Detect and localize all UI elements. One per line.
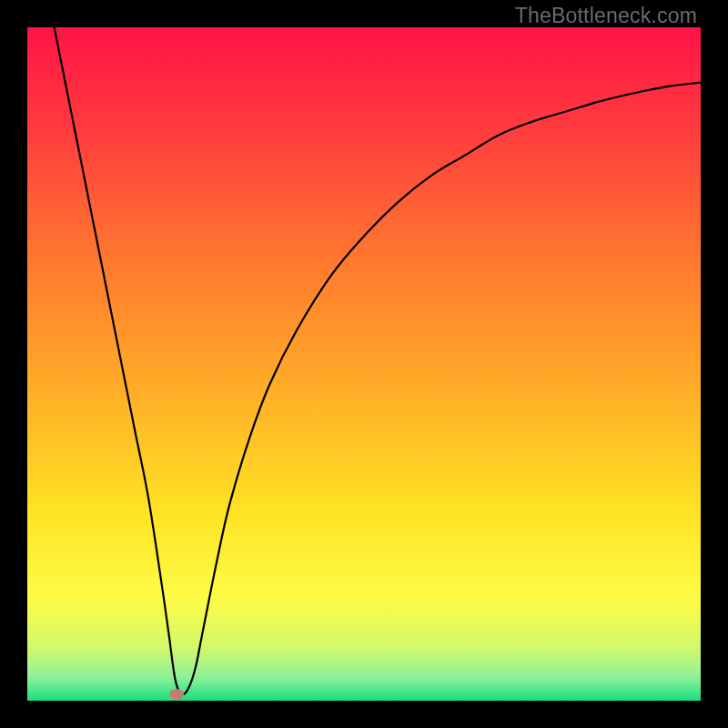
watermark-text: TheBottleneck.com <box>515 4 697 28</box>
gradient-background <box>27 27 701 701</box>
plot-svg <box>27 27 701 701</box>
optimal-point-marker <box>169 689 184 700</box>
chart-frame <box>27 27 701 701</box>
